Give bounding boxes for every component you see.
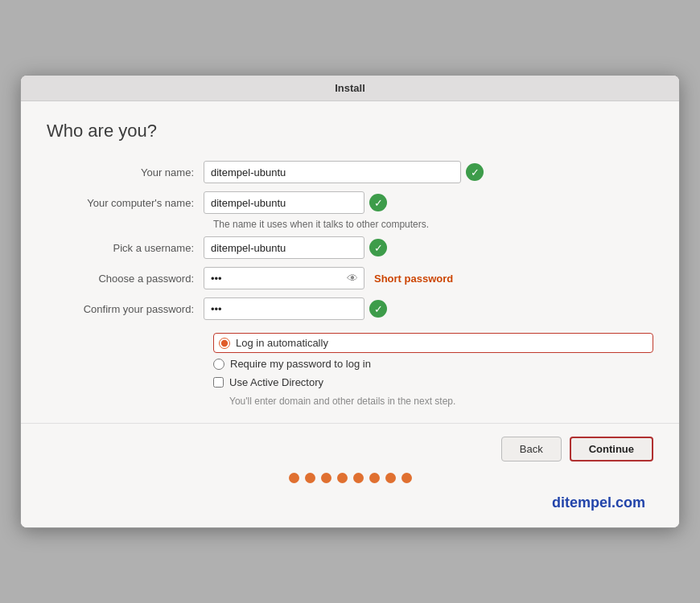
your-name-input[interactable] — [204, 161, 461, 183]
active-directory-checkbox[interactable] — [213, 377, 224, 388]
confirm-password-row: Confirm your password: ✓ — [47, 297, 653, 320]
computer-name-label: Your computer's name: — [47, 197, 204, 209]
login-password-option[interactable]: Require my password to log in — [213, 358, 653, 370]
password-input-wrap: 👁 Short password — [204, 267, 453, 289]
page-title: Who are you? — [47, 121, 653, 142]
password-field-wrap: 👁 — [204, 267, 364, 289]
pagination-dots — [47, 473, 653, 491]
main-content: Who are you? Your name: ✓ Your computer'… — [21, 101, 679, 423]
password-label: Choose a password: — [47, 273, 204, 285]
dot-1 — [289, 473, 299, 483]
login-password-label: Require my password to log in — [230, 358, 371, 370]
login-auto-radio[interactable] — [219, 338, 230, 349]
computer-name-input[interactable] — [204, 191, 364, 214]
installer-window: Install Who are you? Your name: ✓ Your c… — [20, 75, 680, 528]
username-label: Pick a username: — [47, 242, 204, 254]
watermark: ditempel.com — [47, 494, 653, 511]
username-valid-icon: ✓ — [369, 239, 387, 256]
dot-3 — [321, 473, 331, 483]
login-auto-label: Log in automatically — [236, 337, 328, 349]
login-options: Log in automatically Require my password… — [213, 333, 653, 407]
dot-8 — [401, 473, 412, 483]
show-password-icon[interactable]: 👁 — [347, 272, 358, 285]
short-password-warning: Short password — [374, 273, 453, 285]
login-auto-option[interactable]: Log in automatically — [213, 333, 653, 353]
confirm-password-valid-icon: ✓ — [369, 300, 387, 318]
password-row: Choose a password: 👁 Short password — [47, 267, 653, 289]
username-input[interactable] — [204, 236, 364, 259]
computer-name-input-wrap: ✓ — [204, 191, 387, 214]
window-title: Install — [335, 82, 365, 94]
dot-7 — [385, 473, 396, 483]
active-directory-label: Use Active Directory — [229, 376, 323, 388]
username-row: Pick a username: ✓ — [47, 236, 653, 259]
your-name-valid-icon: ✓ — [466, 163, 484, 181]
username-input-wrap: ✓ — [204, 236, 387, 259]
password-input[interactable] — [204, 267, 364, 289]
your-name-label: Your name: — [47, 166, 204, 178]
confirm-password-label: Confirm your password: — [47, 303, 204, 315]
dot-4 — [337, 473, 348, 483]
confirm-password-input-wrap: ✓ — [204, 297, 387, 320]
bottom-bar: Back Continue ditempel.com — [21, 423, 679, 527]
computer-name-hint: The name it uses when it talks to other … — [213, 219, 653, 230]
your-name-row: Your name: ✓ — [47, 161, 653, 183]
form: Your name: ✓ Your computer's name: ✓ The… — [47, 161, 653, 407]
your-name-input-wrap: ✓ — [204, 161, 484, 183]
titlebar: Install — [21, 76, 679, 101]
login-password-radio[interactable] — [213, 359, 224, 370]
buttons-row: Back Continue — [47, 437, 653, 461]
dot-5 — [353, 473, 364, 483]
back-button[interactable]: Back — [501, 437, 562, 461]
continue-button[interactable]: Continue — [570, 437, 653, 461]
active-directory-option[interactable]: Use Active Directory — [213, 376, 653, 388]
computer-name-valid-icon: ✓ — [369, 194, 387, 211]
active-directory-hint: You'll enter domain and other details in… — [229, 396, 653, 407]
confirm-password-input[interactable] — [204, 297, 364, 320]
computer-name-row: Your computer's name: ✓ — [47, 191, 653, 214]
dot-2 — [305, 473, 315, 483]
dot-6 — [369, 473, 380, 483]
